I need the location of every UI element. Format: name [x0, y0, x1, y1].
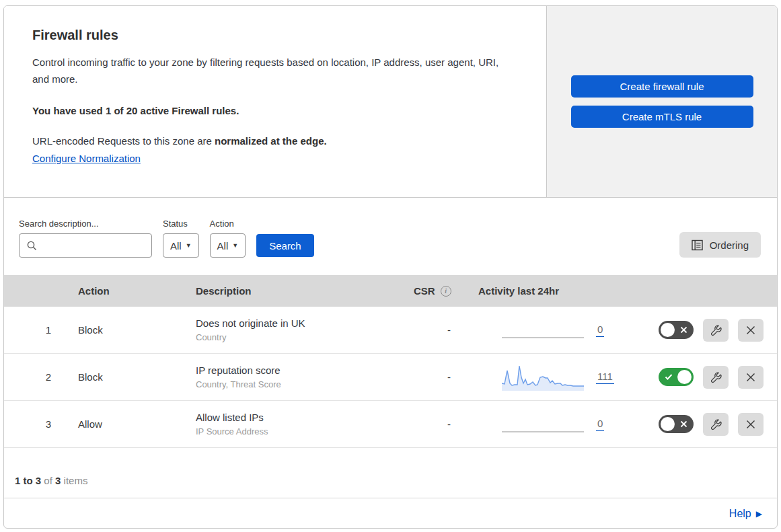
activity-count-link[interactable]: 0	[596, 418, 604, 431]
activity-count-link[interactable]: 111	[596, 371, 614, 384]
usage-summary: You have used 1 of 20 active Firewall ru…	[32, 105, 514, 116]
help-arrow-icon: ▶	[756, 510, 762, 518]
close-icon	[745, 418, 757, 430]
search-input-wrapper	[19, 233, 152, 258]
search-input[interactable]	[20, 234, 151, 257]
rule-activity-cell: 0	[472, 317, 630, 344]
close-icon	[745, 371, 757, 383]
normalization-note-text: URL-encoded Requests to this zone are	[32, 135, 215, 147]
activity-sparkline-chart	[502, 364, 584, 391]
create-firewall-rule-button[interactable]: Create firewall rule	[571, 75, 753, 98]
column-csr-label: CSR	[414, 285, 435, 297]
close-icon	[745, 324, 757, 336]
pagination-of: of	[41, 475, 55, 486]
search-icon	[26, 240, 38, 252]
normalization-note: URL-encoded Requests to this zone are no…	[32, 135, 514, 147]
rule-enabled-toggle[interactable]	[659, 321, 694, 339]
create-mtls-rule-button[interactable]: Create mTLS rule	[571, 106, 753, 128]
delete-rule-button[interactable]	[738, 319, 764, 342]
rule-description-cell: IP reputation score Country, Threat Scor…	[181, 365, 389, 389]
column-description: Description	[181, 285, 389, 297]
firewall-rules-panel: Firewall rules Control incoming traffic …	[3, 5, 778, 529]
header-actions-panel: Create firewall rule Create mTLS rule	[547, 6, 777, 197]
help-link[interactable]: Help	[729, 508, 751, 520]
rule-description: Does not originate in UK	[196, 317, 389, 329]
column-csr: CSR i	[389, 285, 472, 297]
ordering-list-icon	[692, 239, 703, 251]
status-select[interactable]: All ▼	[163, 233, 199, 258]
header-text-block: Firewall rules Control incoming traffic …	[4, 6, 547, 197]
table-row: 2 Block IP reputation score Country, Thr…	[4, 354, 777, 401]
activity-count-link[interactable]: 0	[596, 324, 604, 337]
activity-sparkline-flat	[502, 317, 584, 344]
search-label: Search description...	[19, 219, 152, 229]
rule-description-cell: Allow listed IPs IP Source Address	[181, 412, 389, 436]
rule-activity-cell: 0	[472, 411, 630, 438]
edit-rule-button[interactable]	[703, 366, 729, 389]
rule-priority: 3	[4, 418, 63, 430]
toggle-knob	[661, 323, 675, 337]
rule-action: Block	[63, 371, 181, 383]
pagination-items: items	[61, 475, 87, 486]
page-description: Control incoming traffic to your zone by…	[32, 54, 514, 87]
wrench-icon	[710, 324, 722, 336]
rule-description: IP reputation score	[196, 365, 389, 376]
action-select[interactable]: All ▼	[210, 233, 246, 258]
toggle-off-x-icon	[680, 420, 687, 428]
chevron-down-icon: ▼	[186, 243, 192, 249]
table-row: 1 Block Does not originate in UK Country…	[4, 307, 777, 354]
pagination-summary: 1 to 3 of 3 items	[4, 448, 777, 498]
rule-fields: Country	[196, 332, 389, 342]
activity-sparkline-flat	[502, 411, 584, 438]
rule-csr-value: -	[389, 324, 472, 336]
delete-rule-button[interactable]	[738, 366, 764, 389]
column-action: Action	[63, 285, 181, 297]
delete-rule-button[interactable]	[738, 413, 764, 436]
rule-enabled-toggle[interactable]	[659, 368, 694, 386]
toggle-on-check-icon	[665, 373, 673, 381]
search-group: Search description...	[19, 219, 152, 258]
wrench-icon	[710, 371, 722, 383]
pagination-range: 1 to 3	[15, 475, 41, 486]
action-filter-group: Action All ▼	[210, 219, 246, 258]
rule-priority: 1	[4, 324, 63, 336]
status-filter-group: Status All ▼	[163, 219, 199, 258]
ordering-button[interactable]: Ordering	[679, 232, 761, 258]
rule-controls	[630, 319, 777, 342]
info-icon[interactable]: i	[441, 286, 451, 297]
edit-rule-button[interactable]	[703, 319, 729, 342]
rule-action: Block	[63, 324, 181, 336]
rule-controls	[630, 413, 777, 436]
column-activity: Activity last 24hr	[472, 285, 630, 297]
toggle-knob	[677, 370, 692, 384]
rule-controls	[630, 366, 777, 389]
chevron-down-icon: ▼	[232, 243, 238, 249]
ordering-button-label: Ordering	[710, 239, 749, 251]
rule-fields: IP Source Address	[196, 426, 389, 436]
wrench-icon	[710, 418, 722, 430]
action-label: Action	[210, 219, 246, 229]
search-button[interactable]: Search	[256, 234, 314, 257]
help-footer: Help ▶	[4, 498, 777, 529]
status-select-value: All	[170, 240, 182, 252]
rule-action: Allow	[63, 418, 181, 430]
rule-activity-cell: 111	[472, 364, 630, 391]
status-label: Status	[163, 219, 199, 229]
action-select-value: All	[217, 240, 229, 252]
rule-description-cell: Does not originate in UK Country	[181, 317, 389, 342]
rule-csr-value: -	[389, 418, 472, 430]
configure-normalization-link[interactable]: Configure Normalization	[32, 153, 141, 164]
rule-description: Allow listed IPs	[196, 412, 389, 423]
table-header: Action Description CSR i Activity last 2…	[4, 275, 777, 307]
normalization-note-bold: normalized at the edge.	[215, 135, 327, 147]
table-row: 3 Allow Allow listed IPs IP Source Addre…	[4, 401, 777, 448]
rule-csr-value: -	[389, 371, 472, 383]
rule-fields: Country, Threat Score	[196, 379, 389, 389]
edit-rule-button[interactable]	[703, 413, 729, 436]
header-section: Firewall rules Control incoming traffic …	[4, 6, 777, 198]
rule-priority: 2	[4, 371, 63, 383]
page-title: Firewall rules	[32, 28, 514, 43]
rule-enabled-toggle[interactable]	[659, 415, 694, 433]
filter-bar: Search description... Status All ▼ Actio…	[4, 198, 777, 275]
toggle-knob	[661, 417, 675, 431]
